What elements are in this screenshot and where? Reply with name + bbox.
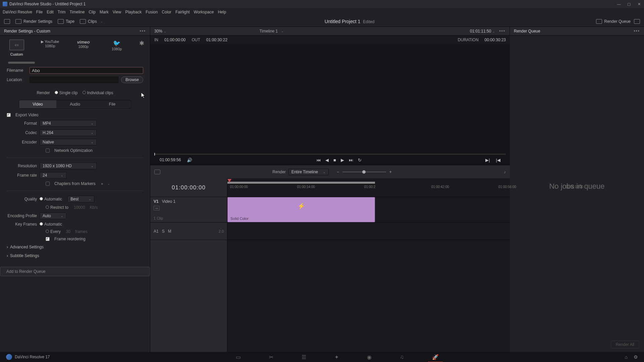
menu-item[interactable]: File	[36, 10, 43, 14]
solo-button[interactable]: S	[162, 229, 165, 234]
minimize-button[interactable]: —	[616, 2, 621, 6]
viewer-timecode[interactable]: 01:00:59:56	[160, 158, 181, 162]
preset-twitter[interactable]: 🐦 1080p	[104, 40, 129, 51]
zoom-out-button[interactable]: −	[337, 170, 339, 174]
timeline-ruler[interactable]: 01:00:00:00 01:00:14:00 01:00:2 01:00:42…	[227, 178, 510, 197]
menu-item[interactable]: Trim	[58, 10, 66, 14]
audio-track-row[interactable]	[227, 223, 510, 240]
render-queue-toggle[interactable]: Render Queue	[596, 19, 631, 24]
render-range-select[interactable]: Entire Timeline⌄	[288, 169, 329, 175]
mute-button[interactable]: M	[168, 229, 171, 234]
resolution-select[interactable]: 644 x 362 HD⌄	[40, 163, 97, 169]
menu-item[interactable]: Color	[162, 10, 171, 14]
expand-button[interactable]	[4, 19, 10, 24]
edit-page-icon[interactable]: ☰	[302, 354, 306, 360]
menu-item[interactable]: Workspace	[194, 10, 214, 14]
tab-file[interactable]: File	[94, 100, 131, 108]
cut-page-icon[interactable]: ✂	[269, 354, 273, 360]
menu-item[interactable]: Mark	[100, 10, 109, 14]
format-select[interactable]: MP4⌄	[40, 120, 97, 127]
render-all-button[interactable]: Render All	[611, 341, 639, 349]
browse-button[interactable]: Browse	[121, 76, 143, 83]
encoder-select[interactable]: Native⌄	[40, 139, 97, 145]
viewer-zoom[interactable]: 30%⌄	[154, 29, 166, 34]
keyframes-auto-radio[interactable]: Automatic	[40, 222, 62, 227]
quality-select[interactable]: Best⌄	[67, 196, 94, 202]
render-settings-toggle[interactable]: Render Settings	[15, 19, 52, 24]
track-enable-icon[interactable]: ▭	[154, 206, 160, 210]
playhead-icon[interactable]	[227, 179, 231, 182]
stop-button[interactable]: ■	[333, 158, 336, 163]
tape-toggle[interactable]: Tape	[58, 19, 74, 24]
audio-meter-icon[interactable]: ♪	[504, 170, 506, 174]
filename-input[interactable]	[30, 67, 143, 74]
deliver-page-icon[interactable]: 🚀	[432, 354, 439, 360]
last-frame-button[interactable]: |◀	[496, 158, 500, 163]
preset-youtube[interactable]: ▶ YouTube 1080p	[37, 40, 62, 48]
settings-icon[interactable]: ⚙	[634, 354, 638, 360]
timeline-name[interactable]: Timeline 1⌄	[259, 29, 284, 34]
color-page-icon[interactable]: ◉	[367, 354, 372, 360]
menu-item[interactable]: Timeline	[69, 10, 85, 14]
framerate-select[interactable]: 24⌄	[40, 172, 66, 179]
menu-item[interactable]: Playback	[125, 10, 142, 14]
restrict-radio[interactable]: Restrict to	[46, 205, 68, 210]
preset-custom[interactable]: ▭ Custom	[4, 40, 29, 56]
location-input[interactable]	[30, 76, 118, 83]
preset-scrollbar[interactable]	[8, 62, 35, 64]
add-to-render-queue-button[interactable]: Add to Render Queue	[0, 267, 150, 276]
tab-video[interactable]: Video	[19, 100, 56, 108]
single-clip-radio[interactable]: Single clip	[55, 90, 78, 95]
menu-item[interactable]: Edit	[47, 10, 54, 14]
next-clip-button[interactable]: ▶|	[485, 158, 490, 163]
maximize-button[interactable]: ▢	[627, 2, 631, 6]
video-clip[interactable]: ⚡ Solid Color	[227, 197, 375, 222]
fairlight-page-icon[interactable]: ♫	[400, 354, 404, 360]
home-icon[interactable]: ⌂	[625, 354, 628, 360]
quality-auto-radio[interactable]: Automatic	[40, 197, 62, 201]
zoom-in-button[interactable]: +	[389, 170, 392, 174]
viewer-master-timecode[interactable]: 01:01:11:50⌄	[470, 29, 495, 34]
menu-item[interactable]: View	[113, 10, 121, 14]
chapters-checkbox[interactable]	[46, 182, 50, 186]
preset-vimeo[interactable]: vimeo 1080p	[71, 40, 96, 49]
close-button[interactable]: ✕	[637, 2, 641, 6]
fusion-page-icon[interactable]: ✦	[334, 354, 339, 360]
loop-button[interactable]: ↻	[358, 158, 362, 163]
menu-item[interactable]: Fusion	[146, 10, 158, 14]
viewer-menu-icon[interactable]: •••	[499, 29, 505, 34]
codec-select[interactable]: H.264⌄	[40, 129, 97, 136]
media-page-icon[interactable]: ▭	[236, 354, 241, 360]
encoding-profile-select[interactable]: Auto⌄	[40, 213, 66, 219]
render-queue-menu-icon[interactable]: •••	[634, 29, 640, 34]
timeline-timecode[interactable]: 01:00:00:00	[150, 178, 227, 197]
export-video-checkbox[interactable]	[7, 113, 11, 117]
menu-item[interactable]: Fairlight	[175, 10, 190, 14]
advanced-settings-expander[interactable]: ›Advanced Settings	[0, 243, 150, 251]
tab-audio[interactable]: Audio	[56, 100, 94, 108]
menu-item[interactable]: Help	[218, 10, 226, 14]
next-frame-button[interactable]: ⏭	[349, 158, 353, 163]
network-opt-checkbox[interactable]	[46, 148, 50, 153]
render-range-bar[interactable]	[227, 182, 375, 184]
play-button[interactable]: ▶	[341, 158, 344, 163]
preset-more[interactable]: ✱	[138, 40, 146, 47]
clips-toggle[interactable]: Clips⌄	[80, 19, 103, 24]
individual-clips-radio[interactable]: Individual clips	[83, 90, 113, 95]
menu-item[interactable]: Clip	[89, 10, 96, 14]
video-track-row[interactable]: ⚡ Solid Color	[227, 197, 510, 223]
audio-track-header[interactable]: A1 S M 2.0	[150, 223, 227, 240]
subtitle-settings-expander[interactable]: ›Subtitle Settings	[0, 251, 150, 260]
viewer-canvas[interactable]: 01:00:59:56 🔊 ⏮ ◀ ■ ▶ ⏭ ↻ ▶| |◀	[150, 44, 510, 165]
first-frame-button[interactable]: ⏮	[316, 158, 321, 163]
keyframes-every-radio[interactable]: Every	[46, 229, 61, 234]
menu-item[interactable]: DaVinci Resolve	[3, 10, 32, 14]
frame-reorder-checkbox[interactable]	[46, 237, 50, 241]
volume-icon[interactable]: 🔊	[187, 158, 192, 163]
timeline-view-icon[interactable]	[154, 170, 160, 174]
render-settings-menu-icon[interactable]: •••	[140, 29, 146, 34]
expand-right-button[interactable]	[634, 19, 640, 24]
prev-frame-button[interactable]: ◀	[325, 158, 329, 163]
video-track-header[interactable]: V1Video 1 ▭ 1 Clip	[150, 197, 227, 223]
zoom-slider[interactable]	[342, 172, 386, 172]
